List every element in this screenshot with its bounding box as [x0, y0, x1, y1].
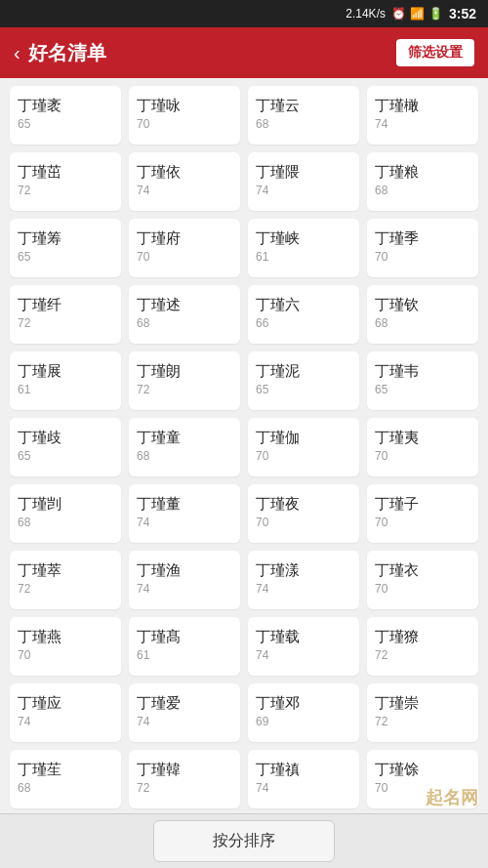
name-text: 丁瑾剀	[18, 494, 61, 514]
name-text: 丁瑾董	[137, 494, 181, 514]
name-score: 74	[137, 582, 149, 596]
name-text: 丁瑾韦	[375, 361, 419, 381]
name-card[interactable]: 丁瑾咏70	[129, 86, 240, 145]
name-card[interactable]: 丁瑾董74	[129, 484, 240, 543]
name-score: 72	[18, 184, 30, 197]
name-score: 74	[18, 715, 30, 728]
name-score: 65	[256, 383, 268, 396]
name-text: 丁瑾童	[137, 428, 181, 447]
name-card[interactable]: 丁瑾韓72	[129, 750, 240, 808]
wifi-icon: 📶	[410, 7, 425, 21]
name-card[interactable]: 丁瑾展61	[10, 351, 121, 410]
name-score: 72	[137, 383, 149, 396]
name-card[interactable]: 丁瑾纤72	[10, 285, 121, 344]
name-card[interactable]: 丁瑾夜70	[248, 484, 359, 543]
name-score: 70	[137, 117, 149, 131]
name-card[interactable]: 丁瑾剀68	[10, 484, 121, 543]
name-text: 丁瑾爱	[137, 693, 181, 713]
name-score: 68	[256, 117, 268, 131]
name-card[interactable]: 丁瑾伽70	[248, 418, 359, 476]
name-score: 70	[256, 449, 268, 463]
name-score: 70	[375, 250, 387, 264]
name-card[interactable]: 丁瑾季70	[367, 219, 478, 277]
name-score: 72	[18, 316, 30, 330]
name-card[interactable]: 丁瑾燕70	[10, 617, 121, 676]
name-text: 丁瑾子	[375, 494, 419, 514]
name-score: 74	[137, 715, 149, 728]
name-card[interactable]: 丁瑾子70	[367, 484, 478, 543]
name-score: 70	[256, 516, 268, 529]
name-card[interactable]: 丁瑾橄74	[367, 86, 478, 145]
header-left: ‹ 好名清单	[14, 40, 106, 66]
name-card[interactable]: 丁瑾禛74	[248, 750, 359, 808]
name-card[interactable]: 丁瑾述68	[129, 285, 240, 344]
name-card[interactable]: 丁瑾府70	[129, 219, 240, 277]
name-score: 70	[375, 781, 387, 795]
name-card[interactable]: 丁瑾峡61	[248, 219, 359, 277]
name-card[interactable]: 丁瑾六66	[248, 285, 359, 344]
name-score: 72	[137, 781, 149, 795]
name-text: 丁瑾韓	[137, 760, 181, 779]
name-score: 70	[375, 516, 387, 529]
name-text: 丁瑾述	[137, 295, 181, 314]
name-card[interactable]: 丁瑾袤65	[10, 86, 121, 145]
name-card[interactable]: 丁瑾韦65	[367, 351, 478, 410]
name-text: 丁瑾应	[18, 693, 61, 713]
name-card[interactable]: 丁瑾歧65	[10, 418, 121, 476]
name-card[interactable]: 丁瑾邓69	[248, 683, 359, 742]
name-score: 68	[18, 516, 30, 529]
name-score: 65	[18, 449, 30, 463]
name-score: 70	[18, 648, 30, 662]
name-text: 丁瑾馀	[375, 760, 419, 779]
bottom-bar: 按分排序	[0, 813, 488, 868]
name-card[interactable]: 丁瑾爱74	[129, 683, 240, 742]
name-card[interactable]: 丁瑾钦68	[367, 285, 478, 344]
name-text: 丁瑾禛	[256, 760, 300, 779]
name-card[interactable]: 丁瑾苼68	[10, 750, 121, 808]
name-score: 74	[375, 117, 387, 131]
name-text: 丁瑾府	[137, 228, 181, 248]
name-score: 70	[137, 250, 149, 264]
name-card[interactable]: 丁瑾童68	[129, 418, 240, 476]
name-card[interactable]: 丁瑾云68	[248, 86, 359, 145]
name-card[interactable]: 丁瑾崇72	[367, 683, 478, 742]
name-score: 74	[256, 582, 268, 596]
name-card[interactable]: 丁瑾筹65	[10, 219, 121, 277]
name-text: 丁瑾隈	[256, 162, 300, 182]
name-text: 丁瑾钦	[375, 295, 419, 314]
name-text: 丁瑾泥	[256, 361, 300, 381]
filter-button[interactable]: 筛选设置	[396, 39, 474, 66]
name-card[interactable]: 丁瑾漾74	[248, 551, 359, 609]
sort-button[interactable]: 按分排序	[153, 820, 335, 862]
name-score: 65	[375, 383, 387, 396]
name-card[interactable]: 丁瑾衣70	[367, 551, 478, 609]
name-card[interactable]: 丁瑾萃72	[10, 551, 121, 609]
name-score: 72	[18, 582, 30, 596]
name-card[interactable]: 丁瑾应74	[10, 683, 121, 742]
name-text: 丁瑾萃	[18, 560, 61, 580]
name-card[interactable]: 丁瑾粮68	[367, 152, 478, 211]
name-score: 70	[375, 582, 387, 596]
name-text: 丁瑾漾	[256, 560, 300, 580]
name-score: 70	[375, 449, 387, 463]
name-card[interactable]: 丁瑾茁72	[10, 152, 121, 211]
time-display: 3:52	[449, 6, 476, 21]
name-card[interactable]: 丁瑾泥65	[248, 351, 359, 410]
name-score: 72	[375, 648, 387, 662]
name-card[interactable]: 丁瑾载74	[248, 617, 359, 676]
name-card[interactable]: 丁瑾朗72	[129, 351, 240, 410]
alarm-icon: ⏰	[391, 7, 406, 21]
name-score: 74	[256, 781, 268, 795]
back-button[interactable]: ‹	[14, 42, 20, 64]
name-card[interactable]: 丁瑾髙61	[129, 617, 240, 676]
name-card[interactable]: 丁瑾渔74	[129, 551, 240, 609]
name-card[interactable]: 丁瑾獠72	[367, 617, 478, 676]
name-card[interactable]: 丁瑾隈74	[248, 152, 359, 211]
name-score: 72	[375, 715, 387, 728]
name-text: 丁瑾袤	[18, 96, 61, 115]
name-score: 74	[137, 184, 149, 197]
name-card[interactable]: 丁瑾依74	[129, 152, 240, 211]
name-text: 丁瑾季	[375, 228, 419, 248]
name-text: 丁瑾苼	[18, 760, 61, 779]
name-card[interactable]: 丁瑾夷70	[367, 418, 478, 476]
